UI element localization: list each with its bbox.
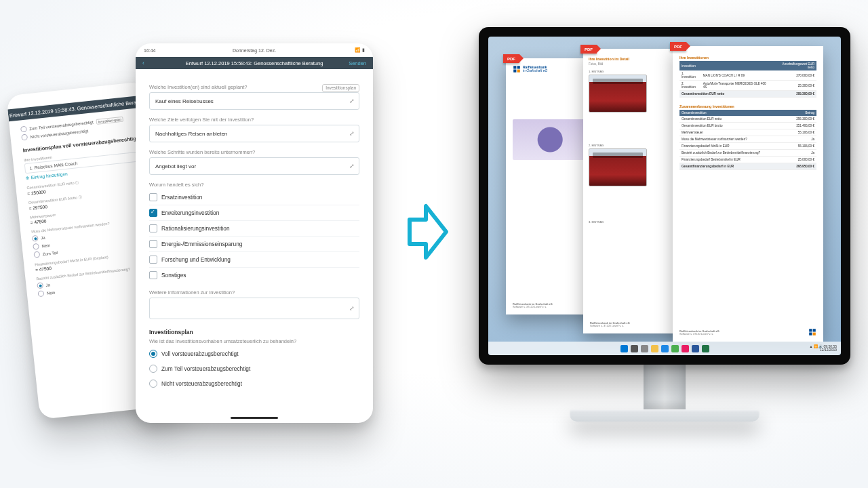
field-label: Wie ist das Investitionsvorhaben umsatzs…	[149, 338, 359, 344]
checkbox-ersatzinvestition[interactable]: Ersatzinvestition	[149, 190, 359, 205]
radio-label: Zum Teil vorsteuerabzugsberechtigt	[161, 365, 250, 372]
title-bar: ‹ Entwurf 12.12.2019 15:58:43: Genossens…	[136, 57, 373, 69]
field-label: Welche Ziele verfolgen Sie mit der Inves…	[149, 117, 359, 123]
tablet-front: 16:44 Donnerstag 12. Dez. 📶 ▮ ‹ Entwurf …	[136, 43, 373, 423]
checkbox-icon	[149, 193, 157, 201]
input-more-info[interactable]: ⤢	[149, 298, 359, 319]
expand-icon[interactable]: ⤢	[349, 305, 355, 312]
window-title: Entwurf 12.12.2019 15:58:43: Genossensch…	[136, 60, 373, 66]
store-icon[interactable]	[671, 345, 679, 352]
pdf-badge: PDF	[670, 42, 686, 51]
status-bar: 16:44 Donnerstag 12. Dez. 📶 ▮	[136, 43, 373, 57]
status-date: Donnerstag 12. Dez.	[233, 48, 276, 53]
summary-table: GesamtinvestitionBetragGesamtinvestition…	[679, 110, 816, 170]
field-label: Worum handelt es sich?	[149, 182, 359, 188]
desktop-monitor: PDF Raiffeisenbankin Grafschaft eG Genos…	[475, 27, 854, 474]
checkbox-label: Energie-/Emmissionseinsparung	[161, 241, 242, 247]
radio-label: Voll vorsteuerabzugsberechtigt	[161, 350, 238, 357]
tab-pill[interactable]: Investitionsplan	[322, 84, 359, 92]
footer-text: Raiffeisenbank im Grafschaft eGSoftware …	[513, 303, 553, 309]
bus-photo	[589, 75, 647, 113]
start-icon[interactable]	[620, 345, 628, 352]
excel-icon[interactable]	[702, 345, 709, 352]
windows-taskbar[interactable]: ▲ 🛜 🔊 09:50:5512/12/2019	[488, 342, 841, 355]
expand-icon[interactable]: ⤢	[349, 130, 355, 137]
pdf-badge: PDF	[580, 45, 597, 54]
radio-icon	[149, 380, 157, 388]
checkbox-energie-emmissionseinsparung[interactable]: Energie-/Emmissionseinsparung	[149, 236, 359, 251]
field-value: Kauf eines Reisebusses	[155, 98, 214, 104]
taskview-icon[interactable]	[641, 345, 648, 352]
checkbox-forschung-und-entwicklung[interactable]: Forschung und Entwicklung	[149, 251, 359, 267]
expand-icon[interactable]: ⤢	[349, 98, 355, 104]
section-heading: Investitionsplan	[149, 329, 359, 336]
field-label: Welche Investition(en) sind aktuell gepl…	[149, 84, 359, 90]
radio-group: Voll vorsteuerabzugsberechtigtZum Teil v…	[149, 346, 359, 391]
desktop-screen: PDF Raiffeisenbankin Grafschaft eG Genos…	[488, 37, 841, 355]
checkbox-label: Rationalisierungsinvestition	[161, 225, 230, 232]
checkbox-icon	[149, 271, 157, 279]
checkbox-icon	[149, 256, 157, 264]
input-investment-goals[interactable]: Nachhaltiges Reisen anbieten ⤢	[149, 125, 359, 142]
investment-table: InvestitionAnschaffungswert EUR netto1. …	[679, 61, 816, 98]
radio-icon	[149, 350, 157, 358]
field-value: Angebot liegt vor	[155, 163, 196, 169]
status-time: 16:44	[144, 48, 156, 53]
radio-zum-teil-vorsteuerabzugsberechtigt[interactable]: Zum Teil vorsteuerabzugsberechtigt	[149, 361, 359, 376]
radio-nicht-vorsteuerabzugsberechtigt[interactable]: Nicht vorsteuerabzugsberechtigt	[149, 376, 359, 391]
doc-heading: Ihre Investitionen	[679, 56, 816, 60]
checkbox-rationalisierungsinvestition[interactable]: Rationalisierungsinvestition	[149, 220, 359, 236]
checkbox-label: Forschung und Entwicklung	[161, 256, 231, 263]
bank-logo-icon	[808, 328, 816, 336]
radio-icon	[149, 365, 157, 373]
battery-icon: 📶 ▮	[355, 47, 365, 53]
footer-text: Raiffeisenbank im Grafschaft eGSoftware …	[590, 322, 630, 328]
mail-icon[interactable]	[682, 345, 689, 352]
field-label: Weitere Informationen zur Investition?	[149, 289, 359, 296]
footer-text: Raiffeisenbank im Grafschaft eGSoftware …	[679, 330, 719, 336]
edge-icon[interactable]	[661, 345, 669, 352]
checkbox-icon	[149, 209, 157, 217]
expand-icon[interactable]: ⤢	[349, 163, 355, 169]
home-indicator[interactable]	[231, 417, 278, 419]
input-steps-taken[interactable]: Angebot liegt vor ⤢	[149, 157, 359, 175]
checkbox-label: Ersatzinvestition	[161, 194, 202, 201]
search-icon[interactable]	[631, 345, 638, 352]
pdf-badge: PDF	[503, 54, 519, 63]
field-label: Welche Schritte wurden bereits unternomm…	[149, 149, 359, 155]
word-icon[interactable]	[692, 345, 699, 352]
doc-heading: Zusammenfassung Investitionen	[679, 104, 816, 108]
radio-label: Nicht vorsteuerabzugsberechtigt	[161, 380, 242, 387]
checkbox-group: ErsatzinvestitionErweiterungsinvestition…	[149, 190, 359, 283]
send-button[interactable]: Senden	[349, 60, 366, 66]
input-investment-planned[interactable]: Kauf eines Reisebusses ⤢	[149, 92, 359, 110]
system-tray[interactable]: ▲ 🛜 🔊 09:50:5512/12/2019	[809, 345, 837, 352]
pdf-document-summary[interactable]: PDF Ihre Investitionen InvestitionAnscha…	[673, 46, 823, 342]
arrow-icon	[407, 201, 449, 263]
tag: Investitionsplan	[96, 116, 123, 124]
checkbox-erweiterungsinvestition[interactable]: Erweiterungsinvestition	[149, 205, 359, 220]
explorer-icon[interactable]	[651, 345, 658, 352]
checkbox-sonstiges[interactable]: Sonstiges	[149, 267, 359, 283]
radio-voll-vorsteuerabzugsberechtigt[interactable]: Voll vorsteuerabzugsberechtigt	[149, 346, 359, 361]
checkbox-label: Sonstiges	[161, 272, 186, 279]
checkbox-icon	[149, 240, 157, 248]
bus-photo	[589, 148, 647, 186]
checkbox-icon	[149, 224, 157, 232]
checkbox-label: Erweiterungsinvestition	[161, 209, 219, 216]
field-value: Nachhaltiges Reisen anbieten	[155, 131, 227, 137]
